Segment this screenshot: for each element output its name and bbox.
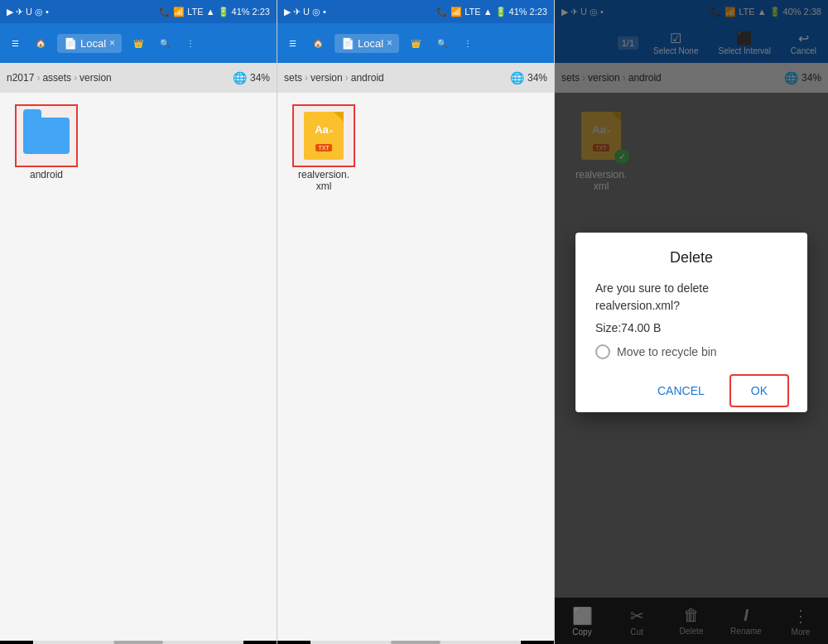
time-left: 2:23 bbox=[253, 7, 270, 17]
dialog-buttons: CANCEL OK bbox=[595, 372, 787, 406]
file-name-android: android bbox=[30, 169, 63, 180]
youtube-icon-m: ▶ bbox=[284, 7, 291, 17]
middle-panel: ▶ ✈ U ◎ • 📞 📶 LTE ▲ 🔋 41% 2:23 ☰ 🏠 📄 Loc… bbox=[277, 0, 555, 644]
crown-button-middle[interactable]: 👑 bbox=[406, 37, 426, 50]
ok-dialog-button[interactable]: OK bbox=[731, 376, 787, 406]
telegram-icon: ✈ bbox=[16, 7, 23, 17]
home-button-middle[interactable]: 🏠 bbox=[308, 37, 328, 50]
scroll-indicator-middle bbox=[310, 641, 521, 644]
tab-local-left[interactable]: 📄 Local × bbox=[57, 34, 122, 53]
breadcrumb-item-left-2[interactable]: version bbox=[79, 72, 112, 84]
left-panel: ▶ ✈ U ◎ • 📞 📶 LTE ▲ 🔋 41% 2:23 ☰ 🏠 📄 Loc… bbox=[0, 0, 277, 644]
more-button-left[interactable]: ⋮ bbox=[181, 37, 200, 50]
folder-icon-wrapper-android bbox=[17, 106, 76, 166]
tab-icon-middle: 📄 bbox=[341, 37, 354, 50]
file-name-realversion-middle: realversion.xml bbox=[298, 169, 349, 192]
menu-button-middle[interactable]: ☰ bbox=[284, 37, 301, 50]
tab-icon-left: 📄 bbox=[64, 37, 77, 50]
status-right-left: 📞 📶 LTE ▲ 🔋 41% 2:23 bbox=[159, 7, 270, 17]
dialog-title: Delete bbox=[595, 249, 787, 267]
status-bar-middle: ▶ ✈ U ◎ • 📞 📶 LTE ▲ 🔋 41% 2:23 bbox=[277, 0, 554, 23]
tab-label-left: Local bbox=[80, 37, 106, 50]
status-icons-middle: ▶ ✈ U ◎ • bbox=[284, 7, 326, 17]
breadcrumb-item-middle-1[interactable]: version bbox=[310, 72, 343, 84]
file-item-android[interactable]: android bbox=[13, 106, 79, 180]
dialog-recycle-option[interactable]: Move to recycle bin bbox=[595, 344, 787, 359]
file-item-realversion-middle[interactable]: Aa≡ TXT realversion.xml bbox=[291, 106, 357, 192]
battery-icon: 🔋 bbox=[218, 7, 229, 17]
menu-button-left[interactable]: ☰ bbox=[7, 37, 24, 50]
cancel-dialog-button[interactable]: CANCEL bbox=[638, 376, 724, 406]
sep-middle-0: › bbox=[305, 72, 308, 84]
dialog-overlay: Delete Are you sure to delete realversio… bbox=[555, 0, 828, 644]
file-grid-left: android bbox=[0, 93, 277, 641]
sep-left-0: › bbox=[36, 72, 40, 84]
status-icons-left: ▶ ✈ U ◎ • bbox=[7, 7, 49, 17]
tab-close-middle[interactable]: × bbox=[387, 37, 392, 49]
breadcrumb-left: n2017 › assets › version 🌐 34% bbox=[0, 63, 277, 93]
doc-icon-middle: Aa≡ TXT bbox=[304, 112, 344, 160]
home-button-left[interactable]: 🏠 bbox=[31, 37, 51, 50]
wifi-icon-m: 📶 bbox=[450, 7, 462, 17]
dialog-size: Size:74.00 B bbox=[595, 321, 787, 334]
u-icon: U bbox=[26, 7, 32, 17]
recycle-label: Move to recycle bin bbox=[617, 345, 717, 358]
sep-middle-1: › bbox=[345, 72, 349, 84]
battery-icon-m: 🔋 bbox=[495, 7, 507, 17]
breadcrumb-item-middle-2[interactable]: android bbox=[351, 72, 384, 84]
instagram-icon-m: ◎ bbox=[312, 7, 320, 17]
breadcrumb-item-left-1[interactable]: assets bbox=[42, 72, 71, 84]
search-button-left[interactable]: 🔍 bbox=[155, 37, 175, 50]
scroll-indicator-left bbox=[33, 641, 243, 644]
breadcrumb-item-middle-0[interactable]: sets bbox=[284, 72, 302, 84]
storage-icon-middle: 🌐 bbox=[510, 71, 524, 84]
phone-icon: 📞 bbox=[159, 7, 171, 17]
toolbar-middle: ☰ 🏠 📄 Local × 👑 🔍 ⋮ bbox=[277, 23, 554, 63]
status-bar-left: ▶ ✈ U ◎ • 📞 📶 LTE ▲ 🔋 41% 2:23 bbox=[0, 0, 277, 23]
dialog-message: Are you sure to delete realversion.xml? bbox=[595, 280, 787, 315]
instagram-icon: ◎ bbox=[35, 7, 43, 17]
storage-middle: 🌐 34% bbox=[510, 71, 547, 84]
wifi-icon: 📶 bbox=[173, 7, 185, 17]
tab-label-middle: Local bbox=[358, 37, 383, 50]
storage-pct-middle: 34% bbox=[527, 72, 547, 84]
breadcrumb-middle: sets › version › android 🌐 34% bbox=[277, 63, 554, 93]
folder-icon-android bbox=[23, 118, 70, 154]
sep-left-1: › bbox=[74, 72, 77, 84]
scroll-thumb-left bbox=[113, 641, 163, 644]
right-panel: ▶ ✈ U ◎ • 📞 📶 LTE ▲ 🔋 40% 2:38 1/1 ☑ Sel… bbox=[555, 0, 828, 644]
doc-type-badge-middle: TXT bbox=[315, 144, 331, 151]
storage-pct-left: 34% bbox=[250, 72, 270, 84]
signal-icon-m: ▲ bbox=[484, 7, 493, 17]
storage-left: 🌐 34% bbox=[233, 71, 270, 84]
tab-close-left[interactable]: × bbox=[109, 37, 115, 49]
scroll-thumb-middle bbox=[391, 641, 440, 644]
file-grid-middle: Aa≡ TXT realversion.xml bbox=[277, 93, 554, 641]
u-icon-m: U bbox=[303, 7, 310, 17]
youtube-icon: ▶ bbox=[7, 7, 13, 17]
tab-local-middle[interactable]: 📄 Local × bbox=[335, 34, 399, 53]
dot-icon-m: • bbox=[323, 7, 326, 17]
signal-icon: ▲ bbox=[206, 7, 215, 17]
breadcrumb-item-left-0[interactable]: n2017 bbox=[7, 72, 34, 84]
storage-icon-left: 🌐 bbox=[233, 71, 247, 84]
status-right-middle: 📞 📶 LTE ▲ 🔋 41% 2:23 bbox=[436, 7, 547, 17]
toolbar-left: ☰ 🏠 📄 Local × 👑 🔍 ⋮ bbox=[0, 23, 277, 63]
battery-pct-middle: 41% bbox=[509, 7, 527, 17]
crown-button-left[interactable]: 👑 bbox=[128, 37, 148, 50]
lte-label: LTE bbox=[187, 7, 203, 17]
more-button-middle[interactable]: ⋮ bbox=[459, 37, 477, 50]
telegram-icon-m: ✈ bbox=[293, 7, 301, 17]
recycle-radio[interactable] bbox=[595, 344, 610, 359]
lte-label-m: LTE bbox=[465, 7, 480, 17]
delete-dialog: Delete Are you sure to delete realversio… bbox=[575, 233, 807, 412]
doc-aa-middle: Aa≡ bbox=[315, 123, 333, 136]
search-button-middle[interactable]: 🔍 bbox=[432, 37, 452, 50]
phone-icon-m: 📞 bbox=[436, 7, 448, 17]
dot-icon: • bbox=[46, 7, 49, 17]
time-middle: 2:23 bbox=[530, 7, 547, 17]
doc-icon-wrapper-middle: Aa≡ TXT bbox=[294, 106, 354, 166]
battery-pct-left: 41% bbox=[232, 7, 250, 17]
